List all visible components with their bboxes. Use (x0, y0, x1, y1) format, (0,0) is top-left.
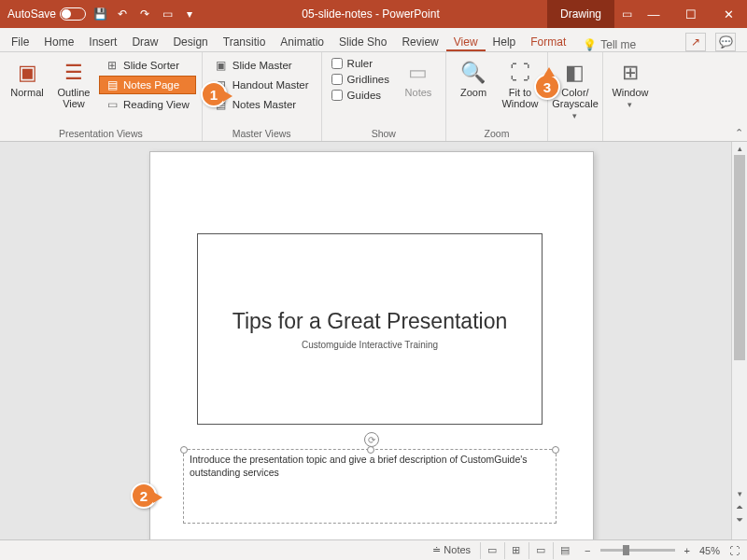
group-label: Show (328, 126, 440, 139)
start-from-beginning-icon[interactable]: ▭ (159, 6, 176, 22)
tab-help[interactable]: Help (486, 32, 524, 51)
selection-handle[interactable] (180, 446, 188, 454)
window-button[interactable]: ⊞ Window ▾ (609, 56, 652, 126)
ribbon-tabs: File Home Insert Draw Design Transitio A… (0, 28, 747, 52)
reading-view-button[interactable]: ▭Reading View (99, 95, 196, 114)
group-label: Zoom (452, 126, 542, 139)
slideshow-status-icon[interactable]: ▤ (553, 542, 575, 559)
scrollbar-thumb[interactable] (734, 155, 745, 360)
chevron-down-icon: ▾ (572, 112, 577, 121)
save-icon[interactable]: 💾 (92, 6, 108, 22)
prev-slide-icon[interactable]: ⏶ (732, 500, 747, 513)
group-label (554, 126, 597, 139)
tab-review[interactable]: Review (394, 32, 445, 51)
notes-page-button[interactable]: ▤Notes Page (99, 76, 196, 94)
guides-checkbox[interactable]: Guides (328, 88, 393, 103)
contextual-tool-tab[interactable]: Drawing (547, 0, 614, 28)
normal-view-icon: ▣ (18, 62, 37, 84)
callout-3: 3 (534, 74, 560, 100)
collapse-ribbon-icon[interactable]: ⌃ (735, 127, 743, 139)
selection-handle[interactable] (367, 446, 374, 454)
notes-page-workspace: Tips for a Great Presentation Customguid… (0, 142, 747, 539)
share-button[interactable]: ↗ (685, 33, 706, 51)
slide-sorter-button[interactable]: ⊞Slide Sorter (99, 56, 196, 75)
normal-view-button[interactable]: ▣ Normal (6, 56, 49, 126)
tab-file[interactable]: File (4, 32, 36, 51)
gridlines-checkbox[interactable]: Gridlines (328, 72, 393, 87)
tab-view[interactable]: View (446, 32, 486, 51)
tell-me-label: Tell me (600, 38, 636, 51)
next-slide-icon[interactable]: ⏷ (732, 513, 747, 526)
group-presentation-views: ▣ Normal ☰ Outline View ⊞Slide Sorter ▤N… (0, 52, 203, 141)
ribbon-display-icon[interactable]: ▭ (618, 6, 635, 22)
notes-toggle[interactable]: ≐ Notes (432, 544, 471, 556)
selection-handle[interactable] (552, 446, 559, 454)
tab-insert[interactable]: Insert (81, 32, 124, 51)
outline-view-icon: ☰ (64, 62, 83, 84)
tab-draw[interactable]: Draw (124, 32, 165, 51)
comments-button[interactable]: 💬 (715, 33, 736, 51)
zoom-button[interactable]: 🔍 Zoom (452, 56, 495, 126)
title-bar: AutoSave 💾 ↶ ↷ ▭ ▾ 05-slide-notes - Powe… (0, 0, 747, 28)
tab-format[interactable]: Format (523, 32, 573, 51)
group-label (609, 126, 652, 139)
group-label: Master Views (208, 126, 316, 139)
autosave-label: AutoSave (7, 7, 56, 21)
zoom-icon: 🔍 (460, 62, 486, 84)
tell-me-search[interactable]: 💡 Tell me (583, 38, 636, 51)
status-bar: ≐ Notes ▭ ⊞ ▭ ▤ − + 45% ⛶ (0, 539, 747, 560)
notes-page[interactable]: Tips for a Great Presentation Customguid… (149, 151, 594, 539)
vertical-scrollbar[interactable]: ▴ ▾ ⏶ ⏷ (731, 142, 747, 539)
notes-page-icon: ▤ (106, 78, 119, 91)
scroll-down-icon[interactable]: ▾ (732, 487, 747, 500)
zoom-slider[interactable] (600, 549, 675, 552)
minimize-button[interactable]: — (635, 0, 672, 28)
tab-design[interactable]: Design (165, 32, 215, 51)
fit-window-icon: ⛶ (510, 62, 530, 84)
slide-thumbnail[interactable]: Tips for a Great Presentation Customguid… (197, 233, 543, 425)
scroll-up-icon[interactable]: ▴ (732, 142, 747, 155)
group-zoom: 🔍 Zoom ⛶ Fit to Window Zoom (446, 52, 548, 141)
callout-1: 1 (201, 81, 227, 107)
normal-view-status-icon[interactable]: ▭ (480, 542, 502, 559)
window-icon: ⊞ (622, 62, 639, 84)
callout-2: 2 (131, 483, 157, 509)
autosave-switch-icon[interactable] (60, 7, 86, 21)
notes-text-box[interactable]: Introduce the presentation topic and giv… (183, 449, 557, 524)
zoom-out-button[interactable]: − (585, 545, 590, 556)
rotate-handle-icon[interactable]: ⟳ (364, 432, 379, 447)
reading-view-status-icon[interactable]: ▭ (529, 542, 551, 559)
group-color-grayscale: ◧ Color/ Grayscale ▾ (548, 52, 603, 141)
close-button[interactable]: ✕ (710, 0, 747, 28)
tab-home[interactable]: Home (36, 32, 81, 51)
group-window: ⊞ Window ▾ (603, 52, 657, 141)
color-grayscale-button[interactable]: ◧ Color/ Grayscale ▾ (554, 56, 597, 126)
slide-master-button[interactable]: ▣Slide Master (208, 56, 316, 75)
color-grayscale-icon: ◧ (565, 62, 585, 84)
outline-view-button[interactable]: ☰ Outline View (52, 56, 95, 126)
document-title: 05-slide-notes - PowerPoint (198, 7, 543, 21)
slide-title: Tips for a Great Presentation (233, 309, 507, 334)
slide-subtitle: Customguide Interactive Training (302, 340, 438, 350)
redo-icon[interactable]: ↷ (136, 6, 153, 22)
notes-text: Introduce the presentation topic and giv… (190, 454, 528, 478)
group-show: Ruler Gridlines Guides ▭ Notes Show (322, 52, 446, 141)
zoom-in-button[interactable]: + (684, 545, 690, 556)
autosave-toggle[interactable]: AutoSave (7, 7, 86, 21)
slide-sorter-icon: ⊞ (106, 59, 119, 72)
ruler-checkbox[interactable]: Ruler (328, 56, 393, 71)
fit-to-window-status-icon[interactable]: ⛶ (729, 545, 740, 556)
group-label: Presentation Views (6, 126, 196, 139)
tab-transitions[interactable]: Transitio (216, 32, 274, 51)
slide-master-icon: ▣ (215, 59, 228, 72)
ribbon: ▣ Normal ☰ Outline View ⊞Slide Sorter ▤N… (0, 52, 747, 142)
tab-animations[interactable]: Animatio (273, 32, 331, 51)
chevron-down-icon: ▾ (627, 101, 632, 110)
qat-dropdown-icon[interactable]: ▾ (181, 6, 198, 22)
slide-sorter-status-icon[interactable]: ⊞ (504, 542, 527, 559)
lightbulb-icon: 💡 (583, 38, 597, 51)
undo-icon[interactable]: ↶ (114, 6, 131, 22)
zoom-percentage[interactable]: 45% (699, 545, 720, 556)
maximize-button[interactable]: ☐ (672, 0, 710, 28)
tab-slideshow[interactable]: Slide Sho (331, 32, 394, 51)
